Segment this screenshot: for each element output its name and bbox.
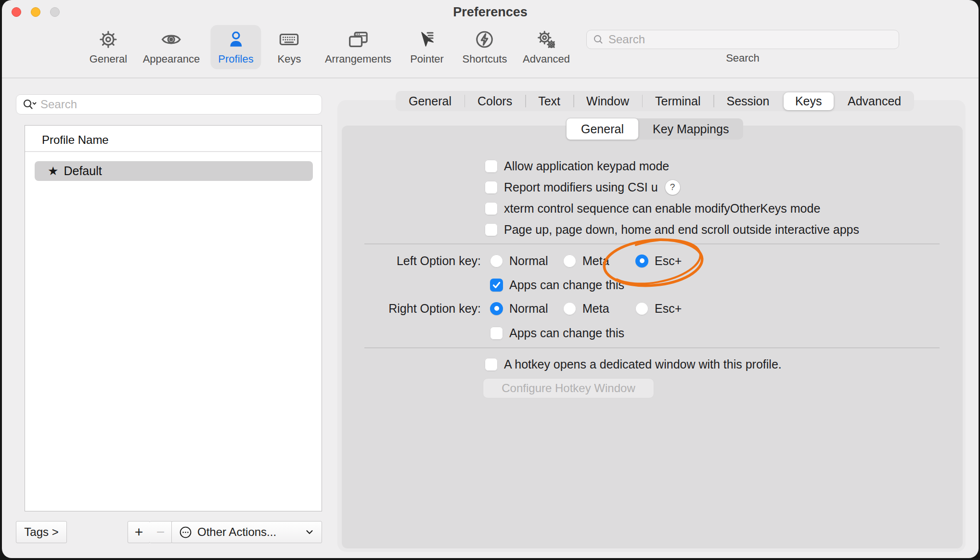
checkbox-unchecked[interactable] [485,181,498,194]
bolt-circle-icon [474,28,496,51]
checkbox-row-page-scroll[interactable]: Page up, page down, home and end scroll … [485,221,859,238]
left-option-key-label: Left Option key: [360,254,481,268]
tab-colors[interactable]: Colors [464,91,525,111]
checkbox-row-modifyotherkeys[interactable]: xterm control sequence can enable modify… [485,200,820,216]
checkbox-label: xterm control sequence can enable modify… [504,202,820,216]
other-actions-dropdown[interactable]: Other Actions... [171,521,322,543]
radio-label: Normal [509,302,548,316]
chevron-down-icon [304,527,315,537]
radio-selected[interactable] [635,255,648,267]
radio-right-esc[interactable]: Esc+ [635,300,682,317]
configure-hotkey-window-button: Configure Hotkey Window [483,378,654,398]
tags-button[interactable]: Tags > [16,521,67,543]
checkbox-label: Report modifiers using CSI u [504,180,658,194]
radio-left-normal[interactable]: Normal [490,253,548,269]
toolbar-item-arrangements[interactable]: Arrangements [317,25,399,69]
cursor-icon [416,28,438,51]
profile-name: Default [64,164,102,178]
person-icon [225,28,247,51]
radio-unselected[interactable] [635,302,648,315]
checkbox-checked[interactable] [490,279,503,292]
radio-right-meta[interactable]: Meta [563,300,609,317]
radio-unselected[interactable] [490,255,503,267]
checkbox-hotkey-window[interactable]: A hotkey opens a dedicated window with t… [485,356,782,372]
search-icon [593,34,604,45]
radio-label: Esc+ [655,302,682,316]
preferences-window: Preferences General Appearance Profiles [2,0,979,558]
profile-search-field[interactable] [16,94,322,115]
other-actions-label: Other Actions... [197,525,276,539]
toolbar-item-profiles[interactable]: Profiles [210,25,261,69]
toolbar-label: General [90,53,127,65]
list-header-divider [25,151,322,152]
toolbar-label: Advanced [523,53,570,65]
subtab-key-mappings[interactable]: Key Mappings [638,118,743,140]
checkbox-unchecked[interactable] [485,160,498,173]
toolbar-label: Profiles [218,53,253,65]
checkbox-label: Apps can change this [509,326,624,340]
section-divider [364,347,940,348]
toolbar-item-appearance[interactable]: Appearance [135,25,208,69]
checkbox-unchecked[interactable] [485,202,498,215]
keyboard-icon [278,28,300,51]
window-title: Preferences [2,5,979,20]
radio-left-meta[interactable]: Meta [563,253,609,269]
radio-label: Meta [582,302,609,316]
toolbar-label: Shortcuts [463,53,507,65]
checkbox-unchecked[interactable] [485,358,498,371]
checkbox-label: Page up, page down, home and end scroll … [504,223,859,237]
tab-text[interactable]: Text [525,91,573,111]
tab-window[interactable]: Window [573,91,642,111]
gear-icon [97,28,119,51]
profile-list: Profile Name ★ Default [25,125,322,511]
tab-advanced[interactable]: Advanced [835,91,914,111]
toolbar-search-label: Search [704,52,781,64]
toolbar-search-input[interactable] [608,33,893,46]
title-bar: Preferences [2,0,979,19]
eye-icon [160,28,182,51]
checkbox-row-csi-u[interactable]: Report modifiers using CSI u ? [485,179,680,195]
checkbox-unchecked[interactable] [490,327,503,340]
tab-general[interactable]: General [396,91,464,111]
add-profile-button[interactable]: + [128,521,150,543]
toolbar-item-general[interactable]: General [82,25,135,69]
profile-list-header: Profile Name [42,133,109,147]
toolbar-label: Appearance [143,53,200,65]
radio-label: Esc+ [655,254,682,268]
checkbox-row-keypad[interactable]: Allow application keypad mode [485,158,669,174]
checkbox-right-apps-change[interactable]: Apps can change this [490,325,624,341]
radio-unselected[interactable] [563,302,576,315]
radio-label: Normal [509,254,548,268]
checkbox-unchecked[interactable] [485,223,498,236]
checkbox-left-apps-change[interactable]: Apps can change this [490,277,624,293]
toolbar-item-shortcuts[interactable]: Shortcuts [455,25,515,69]
section-divider [364,243,940,244]
toolbar-item-advanced[interactable]: Advanced [515,25,578,69]
checkbox-label: Allow application keypad mode [504,159,669,173]
profile-section-tabs: General Colors Text Window Terminal Sess… [396,91,914,111]
toolbar-label: Pointer [410,53,444,65]
profile-row-default[interactable]: ★ Default [35,161,313,181]
toolbar-search-field[interactable] [586,30,899,49]
toolbar-item-keys[interactable]: Keys [270,25,309,69]
radio-label: Meta [582,254,609,268]
gears-icon [535,28,557,51]
keys-subtabs: General Key Mappings [567,118,743,140]
default-star-icon: ★ [48,165,58,177]
radio-right-normal[interactable]: Normal [490,300,548,317]
toolbar-label: Arrangements [325,53,391,65]
help-button[interactable]: ? [665,180,680,195]
tab-keys[interactable]: Keys [784,92,834,110]
profile-search-input[interactable] [40,98,316,111]
tab-session[interactable]: Session [713,91,782,111]
radio-selected[interactable] [490,302,503,315]
radio-left-esc[interactable]: Esc+ [635,253,682,269]
checkbox-label: Apps can change this [509,278,624,292]
checkbox-label: A hotkey opens a dedicated window with t… [504,357,782,371]
toolbar-label: Keys [278,53,301,65]
windows-icon [347,28,369,51]
tab-terminal[interactable]: Terminal [642,91,713,111]
toolbar-item-pointer[interactable]: Pointer [402,25,451,69]
subtab-general[interactable]: General [566,118,639,140]
radio-unselected[interactable] [563,255,576,267]
